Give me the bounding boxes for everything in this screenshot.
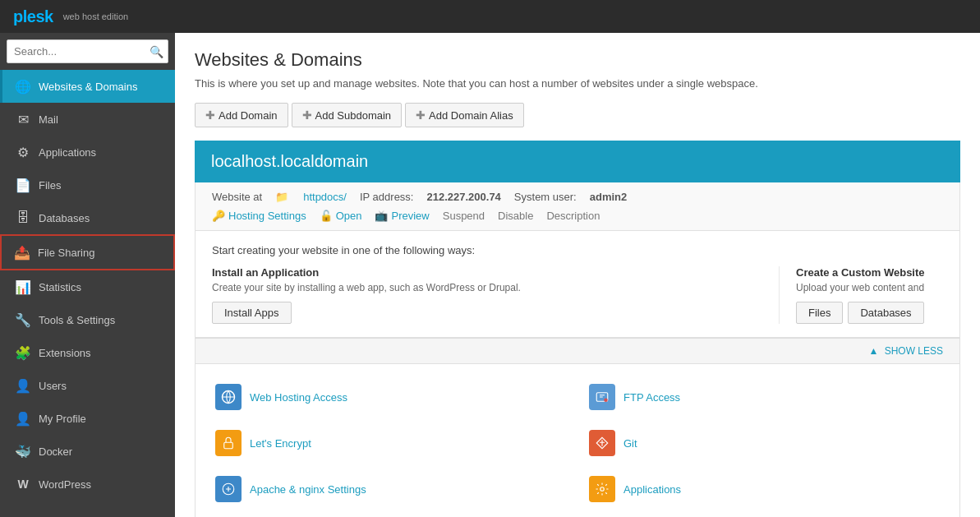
sidebar-item-websites-domains[interactable]: 🌐 Websites & Domains <box>0 70 175 103</box>
httpdocs-link[interactable]: httpdocs/ <box>303 191 347 203</box>
lets-encrypt-link: Let's Encrypt <box>250 437 311 450</box>
disable-label: Disable <box>498 210 533 222</box>
topbar: plesk web host edition <box>0 0 980 33</box>
svg-rect-3 <box>224 442 233 449</box>
sidebar-item-label: My Profile <box>39 413 86 425</box>
sidebar-item-label: Databases <box>39 212 90 224</box>
preview-icon: 📺 <box>375 210 388 222</box>
search-box: 🔍 <box>0 33 175 70</box>
list-item[interactable]: Web Hosting Access <box>212 377 569 417</box>
ftp-access-link: FTP Access <box>623 391 680 404</box>
description-label: Description <box>546 210 600 222</box>
web-hosting-access-icon <box>215 384 242 410</box>
show-less-label: SHOW LESS <box>885 345 943 357</box>
files-button[interactable]: Files <box>796 302 843 324</box>
chevron-up-icon: ▲ <box>868 345 878 357</box>
sidebar-item-wordpress[interactable]: W WordPress <box>0 468 175 501</box>
grid-section: Web Hosting Access FTP Access Le <box>195 364 960 517</box>
logo-sub-text: web host edition <box>63 12 129 21</box>
hosting-settings-icon: 🔑 <box>212 210 225 222</box>
sidebar-item-databases[interactable]: 🗄 Databases <box>0 201 175 234</box>
sidebar-item-label: Tools & Settings <box>39 314 115 326</box>
open-icon: 🔓 <box>320 210 333 222</box>
logo: plesk web host edition <box>13 7 128 26</box>
system-user-label: System user: <box>514 191 577 203</box>
show-less-bar[interactable]: ▲ SHOW LESS <box>195 338 960 364</box>
page-title: Websites & Domains <box>195 49 960 71</box>
sidebar-item-mail[interactable]: ✉ Mail <box>0 103 175 136</box>
add-domain-alias-button[interactable]: ✚ Add Domain Alias <box>405 103 524 127</box>
install-columns: Install an Application Create your site … <box>212 266 943 324</box>
sidebar-item-docker[interactable]: 🐳 Docker <box>0 435 175 468</box>
list-item[interactable]: Apache & nginx Settings <box>212 469 569 509</box>
applications-icon: ⚙ <box>16 145 30 159</box>
statistics-icon: 📊 <box>16 279 30 294</box>
sidebar-item-label: WordPress <box>39 478 91 491</box>
custom-website-col: Create a Custom Website Upload your web … <box>779 266 943 324</box>
action-buttons: ✚ Add Domain ✚ Add Subdomain ✚ Add Domai… <box>195 103 960 127</box>
extensions-icon: 🧩 <box>16 345 30 360</box>
sidebar-item-label: Websites & Domains <box>39 81 137 93</box>
sidebar: 🔍 🌐 Websites & Domains ✉ Mail ⚙ Applicat… <box>0 33 175 517</box>
docker-icon: 🐳 <box>16 444 30 459</box>
ip-label: IP address: <box>360 191 414 203</box>
sidebar-item-label: File Sharing <box>38 247 94 259</box>
sidebar-item-tools-settings[interactable]: 🔧 Tools & Settings <box>0 303 175 336</box>
search-input[interactable] <box>7 39 168 63</box>
sidebar-item-files[interactable]: 📄 Files <box>0 168 175 201</box>
install-apps-button[interactable]: Install Apps <box>212 302 292 324</box>
add-domain-label: Add Domain <box>219 109 278 122</box>
description-link[interactable]: Description <box>546 210 600 222</box>
hosting-settings-link[interactable]: 🔑 Hosting Settings <box>212 210 306 222</box>
install-app-title: Install an Application <box>212 266 779 279</box>
sidebar-item-file-sharing[interactable]: 📤 File Sharing <box>0 234 175 270</box>
domain-header: localhost.localdomain <box>195 141 960 182</box>
databases-button[interactable]: Databases <box>848 302 923 324</box>
install-section: Start creating your website in one of th… <box>195 231 960 338</box>
sidebar-item-applications[interactable]: ⚙ Applications <box>0 136 175 168</box>
grid-row-1: Web Hosting Access FTP Access <box>212 377 943 417</box>
logo-plesk-text: plesk <box>13 7 53 26</box>
sidebar-item-label: Extensions <box>39 347 91 359</box>
domain-name: localhost.localdomain <box>211 152 368 170</box>
sidebar-item-my-profile[interactable]: 👤 My Profile <box>0 402 175 435</box>
list-item[interactable]: FTP Access <box>586 377 943 417</box>
grid-row-3: Apache & nginx Settings Applications <box>212 469 943 509</box>
disable-link[interactable]: Disable <box>498 210 533 222</box>
mail-icon: ✉ <box>16 112 30 127</box>
search-icon[interactable]: 🔍 <box>150 45 163 58</box>
domain-info-row: Website at 📁 httpdocs/ IP address: 212.2… <box>212 191 943 203</box>
add-domain-button[interactable]: ✚ Add Domain <box>195 103 288 127</box>
sidebar-item-statistics[interactable]: 📊 Statistics <box>0 270 175 303</box>
lets-encrypt-icon <box>215 430 242 456</box>
list-item[interactable]: Applications <box>586 469 943 509</box>
grid-row-2: Let's Encrypt Git <box>212 423 943 463</box>
page-description: This is where you set up and manage webs… <box>195 77 960 90</box>
plus-icon: ✚ <box>205 108 215 122</box>
svg-point-5 <box>600 487 605 492</box>
system-user-value: admin2 <box>590 191 628 203</box>
file-sharing-icon: 📤 <box>15 245 30 260</box>
apache-nginx-link: Apache & nginx Settings <box>250 483 366 496</box>
sidebar-item-label: Docker <box>39 445 72 458</box>
plus-icon-2: ✚ <box>302 108 312 122</box>
tools-settings-icon: 🔧 <box>16 312 30 327</box>
website-at-label: Website at <box>212 191 262 203</box>
add-subdomain-button[interactable]: ✚ Add Subdomain <box>292 103 403 127</box>
sidebar-item-label: Users <box>39 380 67 392</box>
suspend-label: Suspend <box>443 210 485 222</box>
list-item[interactable]: Git <box>586 423 943 463</box>
install-app-col: Install an Application Create your site … <box>212 266 779 324</box>
main-content: Websites & Domains This is where you set… <box>175 33 980 517</box>
suspend-link[interactable]: Suspend <box>443 210 485 222</box>
sidebar-item-extensions[interactable]: 🧩 Extensions <box>0 336 175 369</box>
preview-link[interactable]: 📺 Preview <box>375 210 429 222</box>
add-subdomain-label: Add Subdomain <box>315 109 392 122</box>
users-icon: 👤 <box>16 378 30 393</box>
open-label: Open <box>336 210 362 222</box>
sidebar-item-users[interactable]: 👤 Users <box>0 369 175 402</box>
open-link[interactable]: 🔓 Open <box>320 210 362 222</box>
git-icon <box>589 430 615 456</box>
list-item[interactable]: Let's Encrypt <box>212 423 569 463</box>
web-hosting-access-link: Web Hosting Access <box>250 391 347 404</box>
